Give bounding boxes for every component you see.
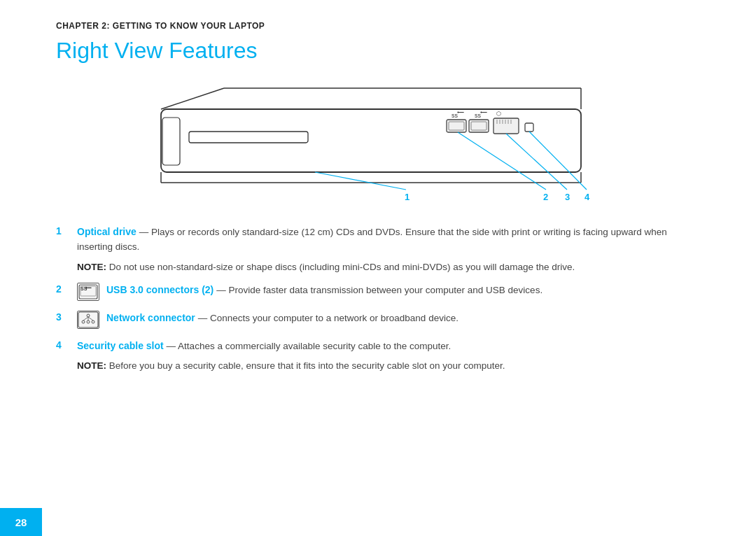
svg-rect-7 [189,132,308,143]
diagram-container: ss ⟵ ss ⟵ ⬡ 1 [56,78,700,218]
feature-desc-4: — Attaches a commercially available secu… [167,341,451,351]
network-connector-icon [77,311,99,329]
svg-text:⬡: ⬡ [496,111,501,117]
svg-line-26 [315,172,406,190]
page-number: 28 [0,508,42,536]
feature-note-4: NOTE: Before you buy a security cable, e… [77,359,700,373]
svg-line-28 [458,132,546,190]
feature-item-1: 1 Optical drive — Plays or records only … [56,225,700,274]
feature-note-1: NOTE: Do not use non-standard-size or sh… [77,260,700,274]
feature-number-4: 4 [56,339,77,351]
feature-name-3: Network connector [106,312,195,323]
feature-desc-2: — Provide faster data transmission betwe… [216,285,542,295]
feature-content-3: Network connector — Connects your comput… [106,311,700,325]
feature-name-1: Optical drive [77,226,136,237]
svg-rect-8 [162,118,180,165]
svg-line-1 [161,88,224,109]
feature-number-3: 3 [56,311,77,323]
features-list: 1 Optical drive — Plays or records only … [56,225,700,373]
svg-line-30 [506,134,567,190]
feature-desc-3: — Connects your computer to a network or… [198,313,458,323]
feature-content-1: Optical drive — Plays or records only st… [77,225,700,274]
feature-name-2: USB 3.0 connectors (2) [106,284,214,295]
feature-content-2: USB 3.0 connectors (2) — Provide faster … [106,283,700,297]
feature-item-3: 3 Network connector — Connects your co [56,311,700,329]
svg-rect-25 [525,123,533,132]
svg-text:⟵: ⟵ [85,286,92,290]
feature-number-1: 1 [56,225,77,237]
laptop-diagram: ss ⟵ ss ⟵ ⬡ 1 [133,78,623,218]
svg-text:4: 4 [584,192,590,202]
feature-number-2: 2 [56,283,77,295]
feature-item-4: 4 Security cable slot — Attaches a comme… [56,339,700,374]
svg-text:1: 1 [405,192,410,202]
chapter-heading: CHAPTER 2: GETTING TO KNOW YOUR LAPTOP [56,21,700,31]
svg-rect-17 [493,118,519,134]
feature-desc-1: — Plays or records only standard-size (1… [77,227,667,252]
feature-item-2: 2 SS ⟵ USB 3.0 connectors (2) — Provide … [56,283,700,301]
feature-name-4: Security cable slot [77,340,164,351]
usb-icon: SS ⟵ [77,283,99,301]
svg-text:⟵: ⟵ [457,110,464,115]
page-title: Right View Features [56,38,700,64]
page-container: CHAPTER 2: GETTING TO KNOW YOUR LAPTOP R… [0,0,756,536]
feature-content-4: Security cable slot — Attaches a commerc… [77,339,700,374]
svg-text:3: 3 [565,192,570,202]
svg-text:⟵: ⟵ [480,110,487,115]
svg-text:2: 2 [543,192,548,202]
